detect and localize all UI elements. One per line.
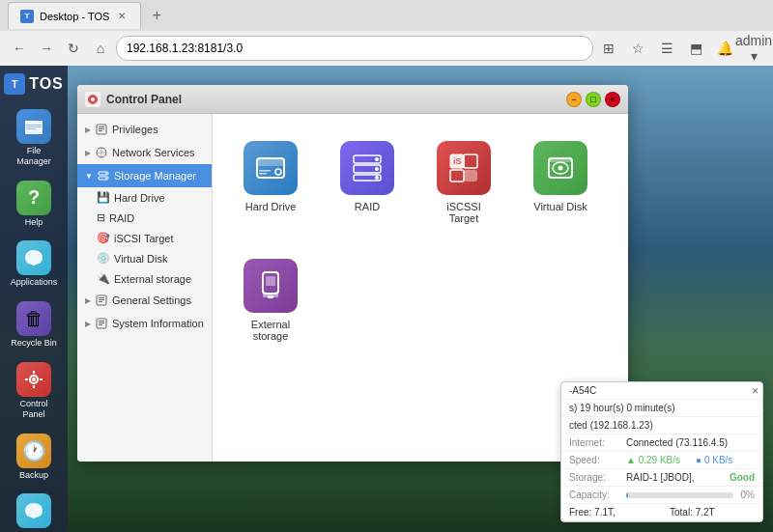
system-info-icon	[95, 317, 108, 330]
active-tab[interactable]: T Desktop - TOS ✕	[8, 2, 141, 29]
arrow-icon: ▶	[85, 126, 91, 134]
connection-value: cted (192.168.1.23)	[569, 420, 755, 431]
svg-rect-46	[450, 170, 464, 182]
iscsi-label: iSCSSI Target	[433, 201, 495, 224]
nav-section-privileges[interactable]: ▶ Privileges	[77, 118, 212, 141]
share-icon[interactable]: ⬒	[684, 37, 707, 60]
privileges-icon	[95, 123, 108, 136]
window-close-button[interactable]: ×	[605, 92, 620, 107]
taskbar-item-remote-login[interactable]: RemoteLogin	[1, 488, 67, 532]
panel-icon-virtual-disk[interactable]: Virtual Disk	[522, 133, 599, 232]
forward-button[interactable]: →	[35, 37, 58, 60]
status-row-uptime: s) 19 hour(s) 0 minute(s)	[561, 400, 762, 417]
svg-rect-14	[99, 126, 104, 127]
nav-section-storage-manager[interactable]: ▼ Storage Manager	[77, 164, 212, 187]
raid-label: RAID	[355, 201, 380, 212]
svg-rect-30	[99, 322, 104, 323]
bookmark-icon[interactable]: ☆	[626, 37, 649, 60]
taskbar-item-control-panel[interactable]: ControlPanel	[1, 356, 67, 426]
external-storage-label: External storage	[240, 319, 301, 342]
window-titlebar: Control Panel − □ ×	[77, 85, 628, 114]
tos-logo-icon: T	[4, 73, 25, 95]
sidebar-nav: ▶ Privileges ▶ Network Services ▼	[77, 114, 213, 462]
capacity-pct: 0%	[741, 490, 755, 500]
capacity-progress-bar	[626, 492, 733, 498]
network-services-icon	[95, 146, 108, 159]
panel-icon-external-storage[interactable]: External storage	[232, 251, 309, 350]
svg-rect-7	[33, 371, 35, 374]
panel-icon-hard-drive[interactable]: Hard Drive	[232, 133, 309, 232]
user-menu[interactable]: admin ▾	[742, 37, 765, 60]
taskbar-item-help[interactable]: ? Help	[1, 175, 67, 234]
window-maximize-button[interactable]: □	[586, 92, 601, 107]
arrow-icon: ▶	[85, 149, 91, 157]
file-manager-icon	[16, 109, 51, 144]
nav-sub-iscsi[interactable]: 🎯 iSCSI Target	[77, 228, 212, 248]
home-button[interactable]: ⌂	[89, 37, 112, 60]
window-minimize-button[interactable]: −	[566, 92, 582, 107]
tab-bar: T Desktop - TOS ✕ +	[0, 0, 773, 31]
tos-logo: T TOS	[4, 73, 64, 95]
nav-sub-raid[interactable]: ⊟ RAID	[77, 208, 212, 228]
svg-point-51	[558, 166, 563, 171]
svg-rect-31	[99, 324, 102, 325]
svg-rect-56	[268, 295, 273, 298]
svg-point-42	[375, 176, 379, 180]
tab-close-button[interactable]: ✕	[115, 10, 129, 23]
nav-section-general-settings[interactable]: ▶ General Settings	[77, 289, 212, 312]
nav-section-system-information[interactable]: ▶ System Information	[77, 312, 212, 335]
nav-bar: ← → ↻ ⌂ ⊞ ☆ ☰ ⬒ 🔔 admin ▾	[0, 31, 773, 66]
nav-sub-hard-drive[interactable]: 💾 Hard Drive	[77, 187, 212, 208]
uptime-value: s) 19 hour(s) 0 minute(s)	[569, 403, 755, 413]
back-button[interactable]: ←	[8, 37, 31, 60]
arrow-icon: ▼	[85, 172, 93, 181]
notifications-icon[interactable]: 🔔	[713, 37, 736, 60]
iscsi-icon-box: iS	[437, 141, 491, 195]
new-tab-button[interactable]: +	[145, 4, 168, 27]
control-panel-taskbar-icon	[16, 362, 51, 397]
taskbar-item-applications[interactable]: Applications	[1, 235, 67, 294]
taskbar-item-file-manager[interactable]: FileManager	[1, 103, 67, 173]
svg-point-6	[32, 378, 36, 381]
help-icon: ?	[16, 181, 51, 215]
address-bar[interactable]	[116, 36, 593, 61]
refresh-button[interactable]: ↻	[62, 37, 85, 60]
menu-icon[interactable]: ☰	[655, 37, 678, 60]
tos-taskbar: T TOS FileManager ? Help	[0, 66, 68, 532]
iscsi-sub-icon: 🎯	[97, 232, 110, 244]
svg-text:iS: iS	[453, 156, 462, 166]
svg-rect-54	[266, 276, 275, 286]
svg-rect-45	[464, 154, 477, 168]
svg-rect-47	[464, 170, 477, 182]
svg-rect-16	[99, 130, 102, 131]
applications-label: Applications	[11, 277, 58, 288]
svg-rect-29	[99, 321, 104, 322]
arrow-icon: ▶	[85, 296, 91, 305]
panel-icon-iscsi[interactable]: iS iSCSSI Target	[425, 133, 502, 232]
taskbar-item-recycle-bin[interactable]: 🗑 Recycle Bin	[1, 295, 67, 354]
svg-point-23	[105, 178, 107, 180]
nav-sub-external-storage[interactable]: 🔌 External storage	[77, 268, 212, 289]
nav-sub-virtual-disk[interactable]: 💿 Virtual Disk	[77, 248, 212, 268]
arrow-icon: ▶	[85, 320, 91, 328]
hard-drive-icon-box	[243, 141, 298, 195]
hard-drive-sub-icon: 💾	[97, 191, 110, 204]
tab-favicon: T	[20, 10, 34, 23]
status-row-connection: cted (192.168.1.23)	[561, 417, 762, 434]
svg-rect-35	[259, 170, 271, 172]
speed-label: Speed:	[569, 455, 622, 465]
status-close-button[interactable]: ×	[752, 384, 759, 398]
total-value: Total: 7.2T	[670, 507, 755, 518]
taskbar-item-backup[interactable]: 🕐 Backup	[1, 428, 67, 487]
free-value: Free: 7.1T,	[569, 507, 654, 518]
panel-icon-raid[interactable]: RAID	[329, 133, 406, 232]
extensions-icon[interactable]: ⊞	[597, 37, 620, 60]
storage-label: Storage:	[569, 472, 622, 483]
nav-section-network-services[interactable]: ▶ Network Services	[77, 141, 212, 164]
svg-rect-36	[259, 173, 267, 175]
browser-chrome: T Desktop - TOS ✕ + ← → ↻ ⌂ ⊞ ☆ ☰ ⬒ 🔔 ad…	[0, 0, 773, 66]
internet-label: Internet:	[569, 437, 622, 448]
svg-rect-2	[26, 125, 42, 126]
icon-grid: Hard Drive	[232, 133, 609, 350]
svg-point-12	[91, 98, 95, 101]
